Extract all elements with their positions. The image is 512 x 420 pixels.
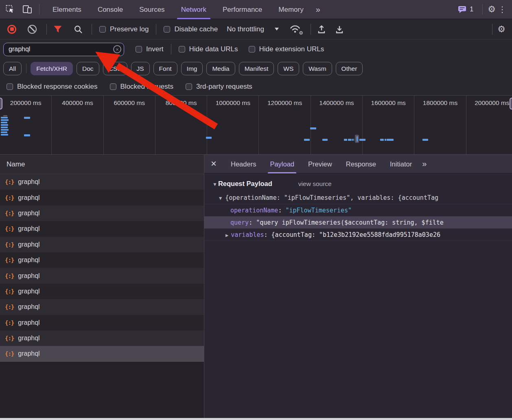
chip-doc[interactable]: Doc: [77, 62, 99, 75]
timeline-right-handle[interactable]: [510, 98, 512, 109]
chip-media[interactable]: Media: [206, 62, 235, 75]
checkbox[interactable]: [7, 83, 13, 90]
checkbox[interactable]: [110, 83, 116, 90]
checkbox[interactable]: [99, 26, 106, 33]
request-row[interactable]: {:}graphql: [0, 330, 204, 346]
chip-all[interactable]: All: [3, 62, 22, 75]
tab-memory[interactable]: Memory: [272, 0, 310, 19]
timeline-tick: 800000 ms: [155, 96, 207, 154]
more-tabs-icon[interactable]: »: [312, 5, 324, 14]
tab-initiator[interactable]: Initiator: [384, 155, 418, 173]
json-value: "query ipFlowTimeseries($accountTag: str…: [256, 219, 444, 226]
settings-gear-icon[interactable]: ⚙: [488, 4, 496, 15]
payload-summary-row[interactable]: ▼{operationName: "ipFlowTimeseries", var…: [204, 192, 512, 204]
filter-toggle-icon[interactable]: [53, 25, 62, 33]
chip-wasm[interactable]: Wasm: [303, 62, 332, 75]
more-detail-tabs-icon[interactable]: »: [419, 159, 429, 168]
payload-section-title: Request Payload: [218, 180, 272, 188]
hide-extension-urls-checkbox[interactable]: Hide extension URLs: [249, 45, 324, 53]
chip-other[interactable]: Other: [336, 62, 363, 75]
network-toolbar: Preserve log Disable cache No throttling…: [0, 19, 512, 39]
filter-input[interactable]: [3, 43, 124, 56]
request-row[interactable]: {:}graphql: [0, 299, 204, 315]
request-name: graphql: [18, 319, 39, 326]
checkbox[interactable]: [164, 26, 170, 33]
request-row[interactable]: {:}graphql: [0, 237, 204, 252]
request-row[interactable]: {:}graphql: [0, 206, 204, 221]
chip-img[interactable]: Img: [181, 62, 203, 75]
chip-ws[interactable]: WS: [278, 62, 299, 75]
tab-sources[interactable]: Sources: [133, 0, 171, 19]
expand-triangle-icon[interactable]: ▶: [225, 232, 228, 238]
disable-cache-checkbox[interactable]: Disable cache: [164, 25, 218, 33]
tab-preview[interactable]: Preview: [302, 155, 338, 173]
tab-performance[interactable]: Performance: [216, 0, 269, 19]
request-row[interactable]: {:}graphql: [0, 190, 204, 205]
clear-filter-icon[interactable]: ×: [113, 45, 121, 53]
device-toolbar-icon[interactable]: [20, 2, 34, 16]
record-icon[interactable]: [7, 25, 16, 34]
preserve-log-checkbox[interactable]: Preserve log: [99, 25, 149, 33]
payload-operation-name-row[interactable]: operationName: "ipFlowTimeseries": [204, 204, 512, 216]
divider: [39, 4, 39, 15]
tab-elements[interactable]: Elements: [46, 0, 88, 19]
network-conditions-icon[interactable]: ⚙: [289, 24, 302, 34]
blocked-cookies-checkbox[interactable]: Blocked response cookies: [7, 83, 98, 91]
import-har-icon[interactable]: [317, 25, 326, 34]
tab-payload[interactable]: Payload: [264, 155, 300, 173]
hide-data-urls-checkbox[interactable]: Hide data URLs: [179, 45, 238, 53]
view-source-link[interactable]: view source: [298, 180, 332, 188]
third-party-label: 3rd-party requests: [196, 83, 252, 91]
json-key: variables: [231, 231, 264, 238]
collapse-triangle-icon[interactable]: ▼: [212, 182, 217, 187]
request-row[interactable]: {:}graphql: [0, 252, 204, 268]
fetch-xhr-icon: {:}: [5, 350, 14, 357]
name-column-header[interactable]: Name: [0, 155, 204, 174]
menu-dots-icon[interactable]: ⋮: [496, 4, 512, 14]
chip-css[interactable]: CSS: [103, 62, 127, 75]
checkbox[interactable]: [186, 83, 192, 90]
timeline-left-handle[interactable]: [0, 98, 2, 109]
checkbox[interactable]: [179, 46, 185, 52]
clear-log-icon[interactable]: [28, 25, 37, 34]
export-har-icon[interactable]: [335, 25, 344, 34]
chip-manifest[interactable]: Manifest: [239, 62, 274, 75]
checkbox[interactable]: [249, 46, 255, 52]
collapse-triangle-icon[interactable]: ▼: [219, 195, 222, 201]
chip-font[interactable]: Font: [153, 62, 177, 75]
issues-button[interactable]: 1: [458, 6, 473, 13]
fetch-xhr-icon: {:}: [5, 273, 14, 279]
blocked-requests-checkbox[interactable]: Blocked requests: [110, 83, 173, 91]
tab-network[interactable]: Network: [175, 0, 213, 19]
request-row-selected[interactable]: {:}graphql: [0, 346, 204, 361]
chip-fetch-xhr[interactable]: Fetch/XHR: [31, 62, 73, 75]
request-row[interactable]: {:}graphql: [0, 174, 204, 190]
waterfall-bar: [1, 119, 9, 121]
payload-variables-row[interactable]: ▶variables: {accountTag: "b12e3b2192ee55…: [204, 228, 512, 241]
tab-response[interactable]: Response: [340, 155, 382, 173]
network-overview-timeline[interactable]: 200000 ms 400000 ms 600000 ms 800000 ms …: [0, 95, 512, 155]
throttling-select[interactable]: No throttling: [227, 25, 264, 33]
fetch-xhr-icon: {:}: [5, 241, 14, 248]
filter-row: × Invert Hide data URLs Hide extension U…: [0, 39, 512, 59]
checkbox[interactable]: [136, 46, 142, 52]
search-icon[interactable]: [74, 25, 83, 34]
chip-js[interactable]: JS: [131, 62, 150, 75]
waterfall-bar: [348, 139, 351, 141]
json-value: {accountTag: "b12e3b2192ee5588fdad995178…: [271, 231, 440, 238]
payload-query-row[interactable]: query: "query ipFlowTimeseries($accountT…: [204, 216, 512, 228]
request-row[interactable]: {:}graphql: [0, 315, 204, 330]
request-row[interactable]: {:}graphql: [0, 268, 204, 283]
close-icon[interactable]: ×: [204, 158, 224, 170]
chevron-down-icon[interactable]: [275, 28, 279, 31]
tab-console[interactable]: Console: [91, 0, 129, 19]
waterfall-bar: [304, 139, 310, 141]
tab-headers[interactable]: Headers: [225, 155, 262, 173]
request-row[interactable]: {:}graphql: [0, 221, 204, 236]
third-party-checkbox[interactable]: 3rd-party requests: [186, 83, 252, 91]
fetch-xhr-icon: {:}: [5, 179, 14, 185]
invert-checkbox[interactable]: Invert: [136, 45, 164, 53]
request-row[interactable]: {:}graphql: [0, 284, 204, 299]
inspect-element-icon[interactable]: [3, 2, 17, 16]
network-settings-gear-icon[interactable]: ⚙: [497, 24, 512, 35]
